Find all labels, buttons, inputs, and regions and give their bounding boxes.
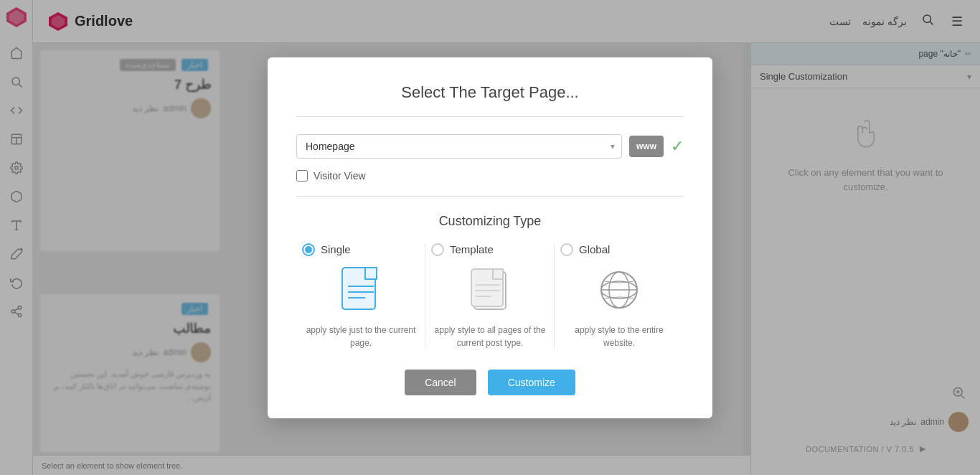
template-desc: apply style to all pages of the current … [431, 324, 549, 349]
page-select-row: Homepage About Contact Blog ▾ www ✓ [296, 134, 684, 159]
type-options: Single apply style just to the current p… [296, 243, 684, 349]
check-icon: ✓ [671, 137, 684, 156]
customize-button[interactable]: Customize [488, 370, 575, 395]
template-icon [465, 265, 515, 315]
page-select-wrapper: Homepage About Contact Blog ▾ [296, 134, 622, 159]
single-radio[interactable] [302, 243, 315, 256]
visitor-view-row: Visitor View [296, 170, 684, 182]
global-icon [594, 265, 644, 315]
single-radio-row: Single [302, 243, 351, 256]
visitor-view-label[interactable]: Visitor View [314, 170, 366, 182]
section-divider [296, 196, 684, 197]
global-radio[interactable] [560, 243, 573, 256]
svg-rect-30 [365, 268, 377, 279]
template-radio-row: Template [431, 243, 494, 256]
page-select-dropdown[interactable]: Homepage About Contact Blog [296, 134, 622, 159]
section-title: Customizing Type [296, 214, 684, 229]
global-desc: apply style to the entire website. [560, 324, 678, 349]
template-radio[interactable] [431, 243, 444, 256]
visitor-view-checkbox[interactable] [296, 170, 308, 182]
modal-overlay: Select The Target Page... Homepage About… [0, 0, 980, 475]
svg-rect-36 [493, 269, 503, 279]
global-radio-row: Global [560, 243, 610, 256]
modal-title-divider [296, 116, 684, 117]
www-button[interactable]: www [629, 136, 664, 157]
single-icon [336, 265, 386, 315]
template-label: Template [450, 243, 494, 255]
type-option-single[interactable]: Single apply style just to the current p… [296, 243, 425, 349]
modal-footer: Cancel Customize [296, 370, 684, 395]
modal-dialog: Select The Target Page... Homepage About… [268, 57, 712, 418]
single-label: Single [321, 243, 351, 255]
modal-title: Select The Target Page... [296, 83, 684, 102]
type-option-template[interactable]: Template apply style to all pages of th [425, 243, 555, 349]
type-option-global[interactable]: Global apply style to the entire websit [555, 243, 684, 349]
cancel-button[interactable]: Cancel [405, 370, 476, 395]
single-desc: apply style just to the current page. [302, 324, 420, 349]
global-label: Global [579, 243, 610, 255]
